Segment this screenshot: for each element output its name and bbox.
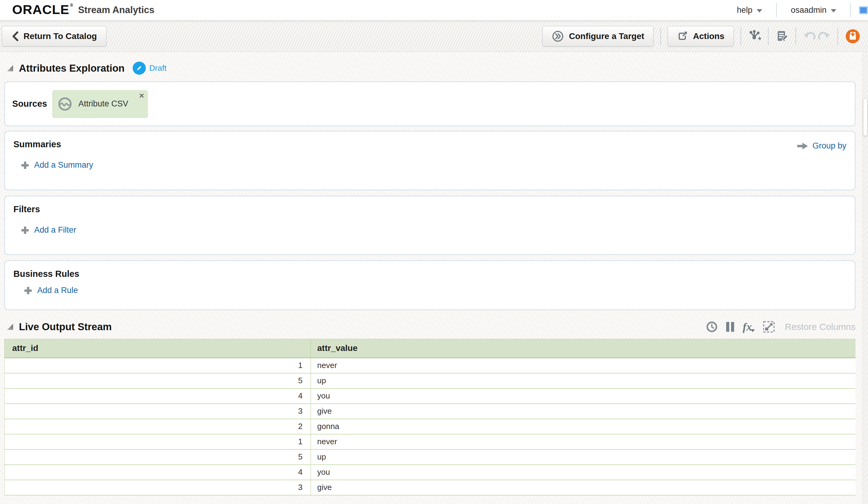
return-to-catalog-label: Return To Catalog (23, 31, 97, 41)
live-output-title-row: Live Output Stream fx Restore Column (0, 310, 868, 334)
app-switcher-icon[interactable] (859, 6, 868, 14)
table-row: 1never (4, 434, 856, 449)
collapse-triangle-icon[interactable] (7, 324, 13, 330)
toolbar-divider (837, 28, 838, 45)
page-title: Attributes Exploration (19, 63, 125, 74)
attr-id-cell: 1 (4, 358, 311, 373)
status-badge: Draft (149, 63, 166, 73)
topology-icon[interactable] (748, 30, 761, 43)
return-to-catalog-button[interactable]: Return To Catalog (2, 26, 106, 47)
business-rules-panel: Business Rules Add a Rule (4, 260, 856, 310)
add-rule-label: Add a Rule (37, 286, 78, 295)
add-filter-label: Add a Filter (34, 225, 76, 235)
attr-value-cell: never (311, 358, 856, 373)
filters-panel: Filters Add a Filter (4, 196, 856, 255)
assistant-icon[interactable] (845, 29, 860, 44)
live-output-table: attr_id attr_value 1never5up4you3give2go… (4, 339, 856, 495)
product-title: Stream Analytics (78, 0, 154, 20)
pause-icon[interactable] (725, 321, 735, 332)
help-menu[interactable]: help (723, 0, 776, 20)
attr-value-cell: never (311, 434, 856, 449)
add-summary-link[interactable]: Add a Summary (21, 160, 846, 170)
app-header: ORACLE ® Stream Analytics help osaadmin (0, 0, 868, 20)
attr-id-cell: 4 (4, 388, 311, 404)
attr-value-cell: up (311, 449, 856, 465)
restore-columns-button[interactable]: Restore Columns (785, 322, 856, 332)
summaries-heading: Summaries (13, 139, 846, 149)
sources-panel: Sources Attribute CSV × (4, 81, 856, 126)
table-row: 5up (4, 373, 856, 388)
configure-target-label: Configure a Target (569, 31, 644, 41)
add-summary-label: Add a Summary (34, 160, 93, 170)
chevron-down-icon (831, 9, 836, 12)
business-rules-heading: Business Rules (13, 269, 846, 279)
attr-id-cell: 1 (4, 434, 311, 449)
collapse-triangle-icon[interactable] (7, 65, 13, 72)
expand-table-icon[interactable] (763, 321, 775, 333)
brand-logo: ORACLE ® Stream Analytics (12, 0, 154, 20)
exploration-toolbar: Return To Catalog Configure a Target Act… (0, 20, 868, 52)
table-row: 4you (4, 465, 856, 480)
attr-id-cell: 3 (4, 480, 311, 495)
table-row: 3give (4, 480, 856, 495)
attr-value-cell: give (311, 404, 856, 419)
toolbar-divider (660, 28, 661, 45)
topbar-divider (850, 3, 851, 17)
group-by-link[interactable]: Group by (797, 141, 846, 151)
chevron-down-icon (757, 9, 762, 12)
attr-id-cell: 4 (4, 465, 311, 480)
wave-circle-icon (58, 97, 72, 111)
user-menu[interactable]: osaadmin (777, 0, 850, 20)
undo-icon[interactable] (803, 30, 817, 42)
add-filter-link[interactable]: Add a Filter (21, 225, 846, 235)
table-row: 4you (4, 388, 856, 404)
notes-edit-icon[interactable] (775, 30, 789, 43)
attr-value-cell: you (311, 388, 856, 404)
toolbar-divider (768, 28, 768, 45)
exploration-title-row: Attributes Exploration Draft (0, 52, 868, 81)
configure-target-button[interactable]: Configure a Target (542, 26, 654, 47)
table-row: 1never (4, 358, 856, 373)
column-header-attr-value[interactable]: attr_value (311, 339, 856, 358)
actions-button[interactable]: Actions (668, 26, 734, 47)
scrollbar-thumb[interactable] (863, 98, 867, 136)
clock-icon[interactable] (706, 321, 717, 333)
plus-icon (21, 161, 29, 169)
attr-id-cell: 5 (4, 373, 311, 388)
vertical-scrollbar[interactable] (862, 52, 868, 504)
column-header-attr-id[interactable]: attr_id (4, 339, 311, 358)
toolbar-divider (795, 28, 796, 45)
fx-function-icon[interactable]: fx (743, 321, 755, 332)
live-output-title: Live Output Stream (19, 321, 112, 333)
toolbar-right-group: Configure a Target Actions (542, 26, 860, 47)
attr-value-cell: gonna (311, 419, 856, 434)
user-menu-label: osaadmin (791, 6, 827, 15)
brand-oracle-text: ORACLE (12, 0, 70, 19)
table-row: 3give (4, 404, 856, 419)
chevron-left-icon (11, 31, 19, 41)
attr-id-cell: 5 (4, 449, 311, 465)
add-rule-link[interactable]: Add a Rule (24, 286, 846, 295)
table-row: 2gonna (4, 419, 856, 434)
source-chip-attribute-csv[interactable]: Attribute CSV × (52, 90, 148, 118)
attr-id-cell: 2 (4, 419, 311, 434)
plus-icon (21, 226, 29, 234)
redo-icon[interactable] (817, 30, 831, 42)
live-output-controls: fx Restore Columns (706, 321, 856, 333)
attr-value-cell: give (311, 480, 856, 495)
filters-heading: Filters (13, 204, 846, 214)
table-row: 5up (4, 449, 856, 465)
close-icon[interactable]: × (139, 91, 144, 100)
draft-pencil-icon[interactable] (133, 62, 146, 75)
plus-icon (24, 286, 32, 295)
attr-id-cell: 3 (4, 404, 311, 419)
double-chevron-circle-icon (552, 30, 564, 42)
help-menu-label: help (737, 6, 752, 15)
page-content: Attributes Exploration Draft Sources Att… (0, 52, 868, 504)
arrow-right-icon (797, 142, 808, 150)
group-by-label: Group by (813, 141, 846, 151)
sources-label: Sources (12, 99, 52, 109)
attr-value-cell: up (311, 373, 856, 388)
source-chip-label: Attribute CSV (79, 99, 128, 108)
attr-value-cell: you (311, 465, 856, 480)
